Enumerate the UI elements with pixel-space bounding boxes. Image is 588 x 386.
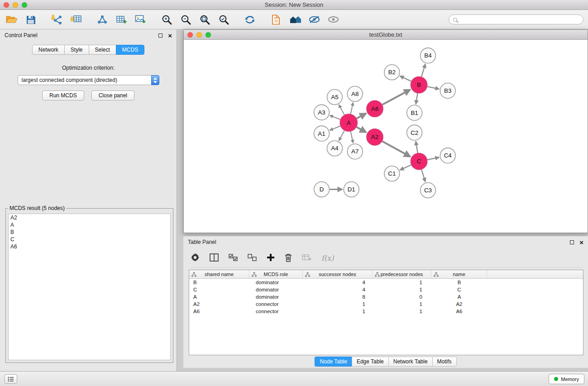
table-row[interactable]: Bdominator41B [189, 279, 583, 286]
tab-mcds[interactable]: MCDS [116, 45, 144, 55]
edge-A-A8[interactable] [351, 102, 354, 114]
tab-network[interactable]: Network [32, 45, 65, 55]
table-delete-icon [302, 254, 311, 261]
zoom-in-button[interactable] [159, 12, 174, 27]
mcds-result-item[interactable]: A [9, 221, 170, 229]
optimization-label: Optimization criterion: [0, 65, 177, 71]
zoom-selected-button[interactable] [216, 12, 231, 27]
edge-C-C2[interactable] [416, 141, 418, 153]
edge-A-A2[interactable] [357, 127, 366, 133]
tab-node-table[interactable]: Node Table [315, 357, 352, 367]
edge-A-A5[interactable] [339, 105, 344, 114]
edge-C-C1[interactable] [400, 165, 411, 170]
edge-A-A1[interactable] [330, 126, 340, 130]
tab-style[interactable]: Style [64, 45, 89, 55]
edge-A6-B[interactable] [382, 90, 411, 105]
network-window-title: testGlobe.txt [184, 31, 588, 38]
tab-edge-table[interactable]: Edge Table [352, 357, 389, 367]
network-zoom-button[interactable] [206, 32, 211, 38]
network-overview-button[interactable] [95, 12, 110, 27]
search-input[interactable] [460, 16, 579, 23]
table-row[interactable]: Cdominator41C [189, 286, 583, 293]
float-panel-icon[interactable] [158, 33, 163, 38]
edge-B-B4[interactable] [421, 64, 425, 77]
tab-network-table[interactable]: Network Table [388, 357, 433, 367]
edge-A-A3[interactable] [330, 115, 340, 119]
search-icon [453, 18, 457, 22]
column-header-successor-nodes[interactable]: successor nodes [303, 270, 373, 278]
show-graphics-details-button[interactable] [326, 12, 340, 27]
import-network-icon [51, 14, 63, 24]
column-header-mcds-role[interactable]: MCDS role [249, 270, 303, 278]
edge-B-B1[interactable] [416, 93, 418, 104]
apply-layout-button[interactable] [243, 12, 257, 27]
search-field[interactable] [449, 14, 583, 24]
table-row[interactable]: A6connector11A6 [189, 308, 583, 315]
criterion-select[interactable]: largest connected component (directed) [18, 75, 159, 85]
show-panels-button[interactable] [5, 374, 17, 384]
tab-motifs[interactable]: Motifs [432, 357, 457, 367]
edge-C-C4[interactable] [427, 157, 439, 160]
close-table-panel-icon[interactable]: × [579, 239, 583, 246]
run-mcds-button[interactable]: Run MCDS [42, 91, 84, 100]
zoom-out-button[interactable] [178, 12, 193, 27]
node-label: B1 [411, 110, 418, 116]
import-table-button[interactable] [69, 12, 83, 27]
zoom-fit-button[interactable] [197, 12, 212, 27]
float-table-panel-icon[interactable] [570, 240, 574, 244]
memory-button[interactable]: Memory [549, 374, 584, 384]
column-header-shared-name[interactable]: shared name [189, 270, 249, 278]
edge-A2-C[interactable] [382, 141, 411, 157]
home-button[interactable] [288, 12, 302, 27]
open-document-button[interactable] [269, 12, 283, 27]
hide-graphics-details-button[interactable] [307, 12, 321, 27]
function-builder-button[interactable]: f(x) [321, 254, 334, 262]
column-header-name[interactable]: name [431, 270, 487, 278]
network-close-button[interactable] [187, 32, 193, 38]
show-columns-button[interactable] [210, 253, 219, 263]
table-row[interactable]: Adominator80A [189, 293, 583, 300]
column-header-predecessor-nodes[interactable]: predecessor nodes [373, 270, 431, 278]
import-network-button[interactable] [50, 12, 64, 27]
open-session-button[interactable] [5, 12, 19, 27]
edge-B-B3[interactable] [427, 86, 439, 89]
mcds-result-item[interactable]: B [9, 229, 170, 236]
node-label: A3 [318, 109, 325, 116]
node-table-body: Bdominator41BCdominator41CAdominator80AA… [189, 279, 583, 315]
table-settings-button[interactable] [191, 253, 200, 263]
mcds-result-item[interactable]: C [9, 236, 170, 243]
window-title: Session: New Session [0, 1, 588, 8]
edge-C-C3[interactable] [421, 170, 425, 182]
network-canvas[interactable]: AA6A2BCA5A8A3A1A4A7B4B2B3B1C2C4C1C3DD1 [184, 40, 588, 233]
minimize-window-button[interactable] [13, 2, 18, 8]
edge-A-A6[interactable] [357, 114, 366, 119]
close-window-button[interactable] [4, 2, 9, 8]
deselect-all-button[interactable] [248, 254, 257, 262]
mcds-result-list[interactable]: A2ABCA6 [8, 214, 171, 360]
table-cell: 1 [303, 309, 373, 314]
save-session-button[interactable] [24, 12, 38, 27]
network-minimize-button[interactable] [196, 32, 202, 38]
close-panel-icon[interactable]: × [168, 32, 172, 39]
export-image-button[interactable] [133, 12, 148, 27]
node-label: C1 [388, 170, 396, 177]
table-cell: 1 [373, 301, 431, 307]
close-panel-button[interactable]: Close panel [91, 91, 134, 100]
delete-table-button[interactable] [302, 254, 311, 262]
edge-A-A7[interactable] [351, 132, 354, 143]
add-row-button[interactable] [267, 253, 275, 263]
table-cell: 1 [373, 280, 431, 285]
mcds-result-item[interactable]: A6 [9, 243, 170, 250]
select-all-button[interactable] [229, 254, 238, 262]
edge-A-A4[interactable] [339, 131, 344, 141]
new-table-button[interactable] [114, 12, 129, 27]
edge-B-B2[interactable] [400, 76, 411, 81]
tab-select[interactable]: Select [89, 45, 116, 55]
zoom-window-button[interactable] [22, 2, 27, 8]
network-window-titlebar[interactable]: testGlobe.txt [184, 30, 588, 40]
delete-row-button[interactable] [285, 253, 292, 263]
plus-icon [267, 253, 275, 262]
mcds-result-item[interactable]: A2 [9, 214, 170, 221]
table-row[interactable]: A2connector11A2 [189, 300, 583, 308]
table-cell: A [189, 294, 249, 300]
